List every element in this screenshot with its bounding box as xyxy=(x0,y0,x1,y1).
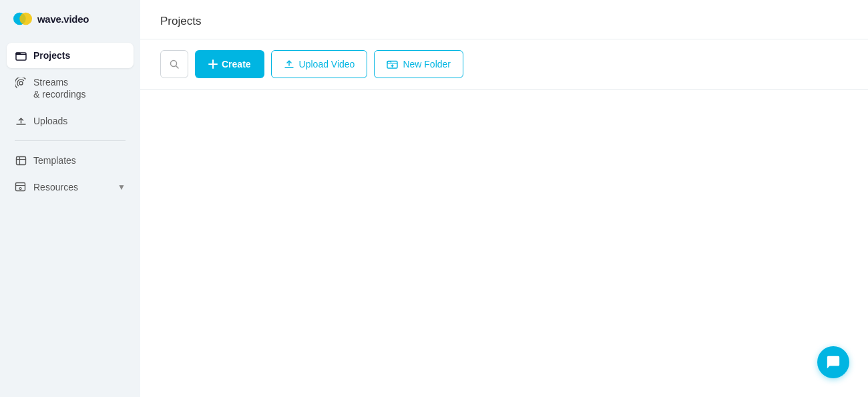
upload-video-label: Upload Video xyxy=(299,59,355,70)
sidebar-item-label-projects: Projects xyxy=(33,50,70,61)
logo-icon xyxy=(13,12,32,25)
main-content: Projects Create Upload Video xyxy=(140,0,868,397)
brand-name: wave.video xyxy=(37,13,89,25)
chat-support-button[interactable] xyxy=(817,346,849,378)
create-button[interactable]: Create xyxy=(195,50,264,78)
search-button[interactable] xyxy=(160,50,188,78)
streams-icon xyxy=(15,77,27,89)
sidebar: wave.video Projects xyxy=(0,0,140,397)
svg-point-1 xyxy=(19,13,32,25)
upload-video-icon xyxy=(284,59,294,70)
svg-rect-4 xyxy=(16,156,25,164)
svg-point-6 xyxy=(19,188,21,190)
search-icon xyxy=(169,59,180,70)
chevron-down-icon: ▼ xyxy=(118,182,126,192)
sidebar-item-uploads[interactable]: Uploads xyxy=(7,108,134,134)
sidebar-item-label-uploads: Uploads xyxy=(33,116,67,126)
main-body xyxy=(140,90,868,397)
plus-icon xyxy=(208,59,218,69)
upload-video-button[interactable]: Upload Video xyxy=(271,50,368,78)
brand-logo-svg xyxy=(13,11,32,26)
upload-icon xyxy=(15,115,27,127)
sidebar-item-templates[interactable]: Templates xyxy=(7,148,134,173)
logo-area: wave.video xyxy=(0,0,140,37)
sidebar-item-label-templates: Templates xyxy=(33,155,76,166)
svg-point-3 xyxy=(19,82,23,85)
chat-icon xyxy=(826,355,841,370)
main-header: Projects xyxy=(140,0,868,39)
templates-icon xyxy=(15,154,27,166)
sidebar-item-projects[interactable]: Projects xyxy=(7,43,134,68)
new-folder-icon xyxy=(387,59,398,70)
sidebar-item-resources[interactable]: Resources ▼ xyxy=(7,174,134,200)
nav-menu: Projects Streams & recordings xyxy=(0,37,140,205)
toolbar: Create Upload Video New Folder xyxy=(140,39,868,90)
sidebar-item-label-resources: Resources xyxy=(33,182,78,192)
folder-icon xyxy=(15,49,27,61)
sidebar-item-streams[interactable]: Streams & recordings xyxy=(7,70,134,107)
new-folder-label: New Folder xyxy=(403,59,451,70)
resources-icon xyxy=(15,181,27,193)
nav-divider xyxy=(15,140,126,141)
streams-label: Streams & recordings xyxy=(33,76,86,100)
svg-line-8 xyxy=(176,66,179,69)
create-label: Create xyxy=(222,59,251,70)
new-folder-button[interactable]: New Folder xyxy=(374,50,463,78)
page-title: Projects xyxy=(160,15,848,28)
